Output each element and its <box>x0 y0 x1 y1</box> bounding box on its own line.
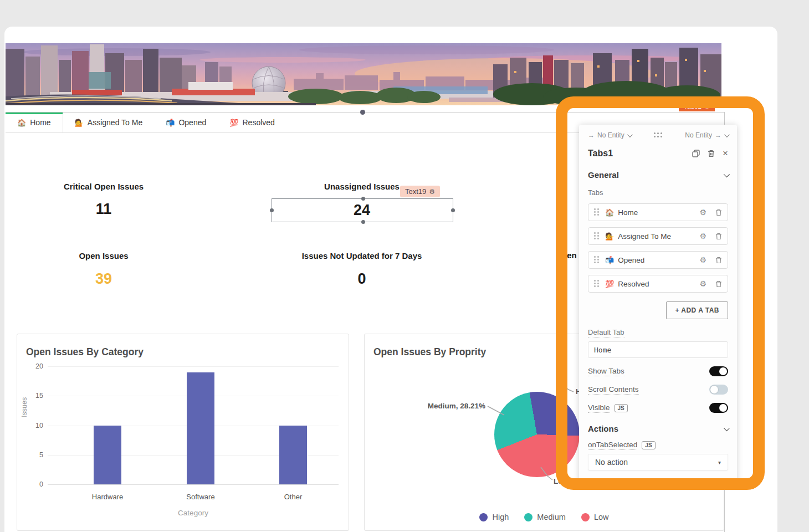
hundred-emoji-icon: 💯 <box>229 119 238 127</box>
show-tabs-label: Show Tabs <box>588 367 624 376</box>
tab-delete-icon[interactable] <box>715 209 722 216</box>
ontabselected-js-toggle-chip[interactable]: JS <box>642 441 655 449</box>
selection-handle-right[interactable] <box>451 208 455 212</box>
mailbox-emoji-icon: 📬 <box>166 119 175 127</box>
tab-delete-icon[interactable] <box>715 280 722 288</box>
tab-resolved[interactable]: 💯 Resolved <box>218 112 286 132</box>
panel-tab-row-home[interactable]: 🏠 Home ⚙ <box>588 203 728 221</box>
stat-critical-open-issues-label: Critical Open Issues <box>64 182 144 191</box>
stat-not-updated-label: Issues Not Updated for 7 Days <box>302 251 422 260</box>
legend-dot-high <box>479 513 488 521</box>
legend-dot-medium <box>524 513 532 521</box>
panel-tab-resolved-label: Resolved <box>618 280 699 288</box>
text-widget-badge-gear-icon[interactable]: ⚙ <box>429 188 435 196</box>
bar-software <box>187 372 214 484</box>
widget-name-title[interactable]: Tabs1 <box>588 149 684 158</box>
legend-item-medium: Medium <box>524 513 566 521</box>
visible-js-toggle-chip[interactable]: JS <box>615 404 628 412</box>
y-tick-15: 15 <box>28 392 43 400</box>
x-label-software: Software <box>170 493 231 501</box>
copy-widget-button[interactable] <box>692 150 700 157</box>
dropdown-caret-icon: ▾ <box>718 459 721 466</box>
selection-handle-left[interactable] <box>270 208 274 212</box>
y-tick-10: 10 <box>28 422 43 429</box>
pie-callout-medium: Medium, 28.21% <box>398 402 485 410</box>
tabs-widget-badge-gear-icon[interactable]: ⚙ <box>704 103 710 110</box>
legend-dot-low <box>581 513 590 521</box>
tab-assigned-to-me[interactable]: 💁 Assigned To Me <box>63 112 155 132</box>
panel-tab-row-assigned[interactable]: 💁 Assigned To Me ⚙ <box>588 227 728 245</box>
tab-delete-icon[interactable] <box>715 257 722 264</box>
stat-critical-open-issues-value: 11 <box>96 201 112 218</box>
person-emoji-icon: 💁 <box>605 232 614 241</box>
action-select-dropdown[interactable]: No action ▾ <box>588 454 728 470</box>
properties-panel: → No Entity No Entity → Tabs1 × General … <box>579 125 737 482</box>
drag-handle-icon[interactable] <box>594 232 600 240</box>
show-tabs-toggle[interactable] <box>709 366 728 376</box>
tabs-widget-badge-label: Tabs1 <box>684 103 702 110</box>
tabs-widget-name-badge[interactable]: Tabs1 ⚙ <box>679 101 715 111</box>
tab-settings-gear-icon[interactable]: ⚙ <box>699 208 706 217</box>
panel-tab-assigned-label: Assigned To Me <box>618 232 699 241</box>
home-emoji-icon: 🏠 <box>17 119 26 127</box>
header-image <box>6 43 721 105</box>
delete-widget-button[interactable] <box>708 150 715 157</box>
tab-home[interactable]: 🏠 Home <box>6 112 63 132</box>
scroll-contents-toggle[interactable] <box>709 385 728 395</box>
entity-grid-icon[interactable] <box>654 132 663 138</box>
drag-handle-icon[interactable] <box>594 208 600 216</box>
outgoing-entity-label: No Entity <box>685 131 712 139</box>
add-a-tab-button[interactable]: + ADD A TAB <box>666 301 728 319</box>
legend-label-high: High <box>492 513 509 521</box>
incoming-entity-label: No Entity <box>597 131 624 139</box>
tab-delete-icon[interactable] <box>715 233 722 240</box>
text-widget-badge-label: Text19 <box>405 187 426 196</box>
chevron-down-icon <box>724 132 730 137</box>
home-emoji-icon: 🏠 <box>605 208 614 217</box>
selection-handle-bottom[interactable] <box>361 220 365 224</box>
bar-chart-plot: 20 15 10 5 0 Hardware Software Other <box>48 366 339 484</box>
drag-handle-icon[interactable] <box>594 280 600 288</box>
tab-settings-gear-icon[interactable]: ⚙ <box>699 232 706 241</box>
panel-tab-home-label: Home <box>618 208 699 217</box>
y-tick-5: 5 <box>28 451 43 459</box>
clipped-stat-label: pen I <box>562 250 581 260</box>
tab-resolved-label: Resolved <box>242 118 274 127</box>
visible-toggle[interactable] <box>709 403 728 413</box>
tab-assigned-label: Assigned To Me <box>88 118 142 127</box>
section-general-label: General <box>588 170 619 180</box>
panel-tab-row-resolved[interactable]: 💯 Resolved ⚙ <box>588 275 728 293</box>
panel-tab-row-opened[interactable]: 📬 Opened ⚙ <box>588 251 728 269</box>
stat-open-issues-value: 39 <box>95 270 112 288</box>
text-widget-name-badge[interactable]: Text19 ⚙ <box>400 186 440 197</box>
hundred-emoji-icon: 💯 <box>605 280 614 288</box>
action-select-value: No action <box>595 458 628 467</box>
mailbox-emoji-icon: 📬 <box>605 256 614 264</box>
default-tab-label: Default Tab <box>588 328 624 337</box>
visible-label: Visible <box>588 403 610 413</box>
city-skyline-illustration <box>6 43 721 105</box>
pie-chart <box>494 392 580 477</box>
panel-tab-opened-label: Opened <box>618 256 699 264</box>
entity-navigation-bar: → No Entity No Entity → <box>588 130 728 140</box>
outgoing-entity-selector[interactable]: No Entity → <box>685 131 728 139</box>
tab-settings-gear-icon[interactable]: ⚙ <box>699 279 706 288</box>
x-label-other: Other <box>263 493 324 501</box>
default-tab-input[interactable]: Home <box>588 341 728 358</box>
scroll-contents-label: Scroll Contents <box>588 385 639 395</box>
section-general[interactable]: General <box>588 170 728 180</box>
selection-handle-top[interactable] <box>361 197 365 201</box>
drag-handle-icon[interactable] <box>594 256 600 264</box>
tab-opened[interactable]: 📬 Opened <box>154 112 218 132</box>
legend-label-medium: Medium <box>537 513 566 521</box>
chevron-down-icon <box>724 424 730 431</box>
section-actions[interactable]: Actions <box>588 424 728 433</box>
incoming-entity-selector[interactable]: → No Entity <box>588 131 631 139</box>
bar-other <box>279 426 307 485</box>
tab-settings-gear-icon[interactable]: ⚙ <box>699 255 706 264</box>
pie-chart-title: Open Issues By Proprity <box>373 346 486 358</box>
legend-label-low: Low <box>594 513 609 521</box>
tabs-widget-resize-handle[interactable] <box>360 110 365 115</box>
section-actions-label: Actions <box>588 424 618 433</box>
close-panel-button[interactable]: × <box>723 148 728 159</box>
